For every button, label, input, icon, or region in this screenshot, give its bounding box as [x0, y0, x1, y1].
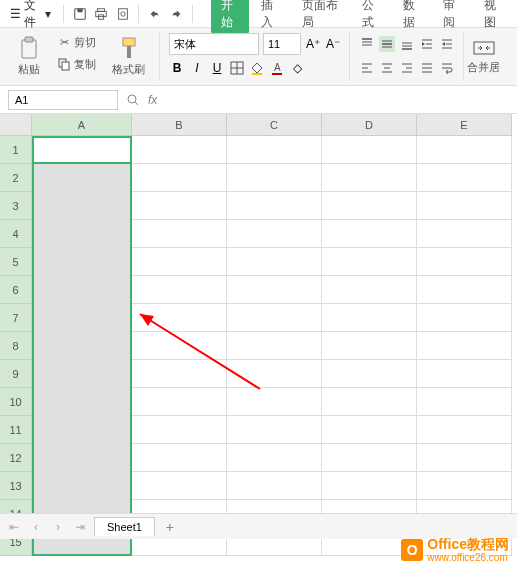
row-header[interactable]: 11 [0, 416, 32, 444]
svg-point-6 [120, 11, 124, 15]
font-size-combo[interactable]: 11 [263, 33, 301, 55]
align-group [351, 32, 464, 81]
clipboard-group: 粘贴 ✂ 剪切 复制 格式刷 [4, 32, 160, 81]
row-header[interactable]: 3 [0, 192, 32, 220]
svg-rect-11 [123, 38, 135, 46]
copy-icon [56, 56, 72, 72]
save-icon[interactable] [70, 3, 89, 25]
svg-rect-47 [474, 42, 494, 54]
undo-icon[interactable] [145, 3, 164, 25]
watermark: O Office教程网 www.office26.com [401, 537, 509, 563]
cells[interactable] [32, 136, 512, 556]
select-all-corner[interactable] [0, 114, 32, 136]
hamburger-icon: ☰ [10, 7, 21, 21]
font-group: 宋体 11 A⁺ A⁻ B I U A ◇ [161, 32, 350, 81]
italic-button[interactable]: I [189, 60, 205, 76]
row-header[interactable]: 1 [0, 136, 32, 164]
cut-button[interactable]: ✂ 剪切 [52, 32, 100, 52]
svg-rect-8 [25, 37, 33, 42]
row-header[interactable]: 10 [0, 388, 32, 416]
scissors-icon: ✂ [56, 34, 72, 50]
decrease-font-icon[interactable]: A⁻ [325, 36, 341, 52]
grid-body: 1 2 3 4 5 6 7 8 9 10 11 12 13 14 15 [0, 136, 517, 556]
divider [192, 5, 193, 23]
name-box[interactable]: A1 [8, 90, 118, 110]
row-header[interactable]: 8 [0, 332, 32, 360]
align-center-icon[interactable] [379, 60, 395, 76]
row-headers: 1 2 3 4 5 6 7 8 9 10 11 12 13 14 15 [0, 136, 32, 556]
print-preview-icon[interactable] [113, 3, 132, 25]
fill-color-button[interactable] [249, 60, 265, 76]
file-label: 文件 [24, 0, 42, 31]
svg-rect-10 [62, 62, 69, 70]
tab-page-layout[interactable]: 页面布局 [292, 0, 350, 34]
row-header[interactable]: 2 [0, 164, 32, 192]
tab-formula[interactable]: 公式 [352, 0, 391, 34]
grid-area: A B C D E 1 2 3 4 5 6 7 8 9 10 11 12 13 … [0, 114, 517, 556]
fx-icon[interactable]: fx [148, 93, 157, 107]
align-right-icon[interactable] [399, 60, 415, 76]
justify-icon[interactable] [419, 60, 435, 76]
row-header[interactable]: 9 [0, 360, 32, 388]
watermark-title: Office教程网 [427, 537, 509, 552]
svg-rect-16 [252, 73, 262, 75]
decrease-indent-icon[interactable] [419, 36, 435, 52]
font-name-combo[interactable]: 宋体 [169, 33, 259, 55]
font-color-button[interactable]: A [269, 60, 285, 76]
clear-format-icon[interactable]: ◇ [289, 60, 305, 76]
copy-label: 复制 [74, 57, 96, 72]
svg-rect-3 [96, 11, 107, 16]
align-top-icon[interactable] [359, 36, 375, 52]
align-bottom-icon[interactable] [399, 36, 415, 52]
align-middle-icon[interactable] [379, 36, 395, 52]
dropdown-icon: ▾ [45, 7, 51, 21]
tab-start[interactable]: 开始 [211, 0, 250, 34]
merge-label: 合并居 [467, 60, 500, 75]
tab-data[interactable]: 数据 [393, 0, 432, 34]
format-painter-button[interactable]: 格式刷 [106, 32, 151, 81]
col-header-e[interactable]: E [417, 114, 512, 136]
search-fn-icon[interactable] [126, 93, 140, 107]
tab-view[interactable]: 视图 [474, 0, 513, 34]
redo-icon[interactable] [166, 3, 185, 25]
tab-review[interactable]: 审阅 [433, 0, 472, 34]
col-header-d[interactable]: D [322, 114, 417, 136]
fx-area: fx [126, 93, 157, 107]
ribbon: 粘贴 ✂ 剪切 复制 格式刷 宋体 11 A⁺ A⁻ [0, 28, 517, 86]
add-sheet-button[interactable]: + [161, 518, 179, 536]
increase-indent-icon[interactable] [439, 36, 455, 52]
row-header[interactable]: 12 [0, 444, 32, 472]
col-header-c[interactable]: C [227, 114, 322, 136]
row-header[interactable]: 6 [0, 276, 32, 304]
print-icon[interactable] [92, 3, 111, 25]
svg-text:A: A [274, 62, 281, 73]
watermark-logo: O [401, 539, 423, 561]
row-header[interactable]: 13 [0, 472, 32, 500]
file-menu[interactable]: ☰ 文件 ▾ [4, 0, 57, 33]
last-sheet-icon[interactable]: ⇥ [72, 519, 88, 535]
prev-sheet-icon[interactable]: ‹ [28, 519, 44, 535]
wrap-text-icon[interactable] [439, 60, 455, 76]
col-header-b[interactable]: B [132, 114, 227, 136]
paste-button[interactable]: 粘贴 [12, 32, 46, 81]
menu-bar: ☰ 文件 ▾ 开始 插入 页面布局 公式 数据 审阅 视图 [0, 0, 517, 28]
divider [138, 5, 139, 23]
watermark-text: Office教程网 www.office26.com [427, 537, 509, 563]
underline-button[interactable]: U [209, 60, 225, 76]
copy-button[interactable]: 复制 [52, 54, 100, 74]
row-header[interactable]: 7 [0, 304, 32, 332]
merge-button[interactable]: 合并居 [465, 32, 502, 81]
first-sheet-icon[interactable]: ⇤ [6, 519, 22, 535]
align-left-icon[interactable] [359, 60, 375, 76]
col-header-a[interactable]: A [32, 114, 132, 136]
next-sheet-icon[interactable]: › [50, 519, 66, 535]
row-header[interactable]: 4 [0, 220, 32, 248]
svg-point-48 [128, 95, 136, 103]
bold-button[interactable]: B [169, 60, 185, 76]
row-header[interactable]: 5 [0, 248, 32, 276]
svg-rect-5 [118, 8, 127, 19]
increase-font-icon[interactable]: A⁺ [305, 36, 321, 52]
sheet-tab-active[interactable]: Sheet1 [94, 517, 155, 536]
border-button[interactable] [229, 60, 245, 76]
tab-insert[interactable]: 插入 [251, 0, 290, 34]
